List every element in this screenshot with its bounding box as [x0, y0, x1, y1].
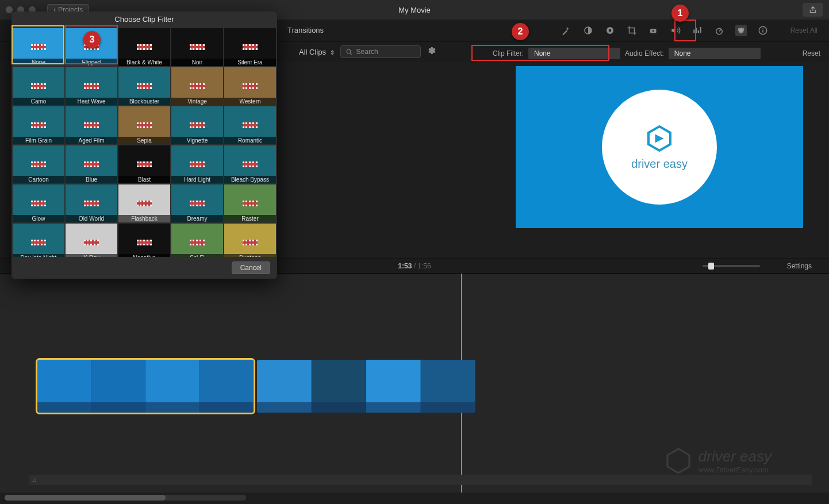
audio-track-row[interactable]: ♫	[29, 475, 812, 485]
filter-item-label: Heat Wave	[66, 98, 117, 105]
filter-item-blockbuster[interactable]: Blockbuster	[118, 67, 170, 105]
filter-item-vignette[interactable]: Vignette	[171, 106, 223, 144]
filter-item-negative[interactable]: Negative	[118, 224, 170, 261]
filter-item-blast[interactable]: Blast	[118, 145, 170, 183]
zoom-slider[interactable]	[703, 265, 760, 267]
zoom-slider-thumb[interactable]	[708, 263, 714, 270]
callout-2: 2	[512, 23, 529, 40]
magic-wand-icon[interactable]	[561, 25, 572, 36]
filter-item-vintage[interactable]: Vintage	[171, 67, 223, 105]
watermark: driver easy www.DriverEasy.com	[664, 447, 772, 475]
filter-item-heat-wave[interactable]: Heat Wave	[66, 67, 117, 105]
video-preview[interactable]: driver easy	[516, 66, 803, 228]
filter-item-duotone[interactable]: Duotone	[224, 224, 276, 261]
filter-item-label: Noir	[171, 59, 223, 66]
filter-item-raster[interactable]: Raster	[224, 184, 276, 222]
crop-icon[interactable]	[626, 25, 638, 36]
filter-item-cartoon[interactable]: Cartoon	[13, 145, 64, 183]
filter-item-film-grain[interactable]: Film Grain	[13, 106, 64, 144]
clips-filter-dropdown[interactable]: All Clips ⇕	[299, 48, 335, 56]
hexagon-logo-icon	[645, 124, 674, 153]
filter-item-none[interactable]: None	[13, 28, 64, 66]
clip-filter-dropdown[interactable]: None	[528, 48, 620, 59]
clip-filter-label: Clip Filter:	[493, 49, 524, 57]
svg-marker-16	[667, 449, 689, 473]
filter-item-black-white[interactable]: Black & White	[118, 28, 170, 66]
filter-item-label: Flipped	[66, 59, 117, 66]
filter-item-camo[interactable]: Camo	[13, 67, 64, 105]
search-icon	[346, 48, 353, 56]
filter-item-label: Raster	[224, 215, 276, 222]
share-icon	[809, 6, 817, 14]
filter-item-hard-light[interactable]: Hard Light	[171, 145, 223, 183]
playhead-time: 1:53 / 1:56	[398, 262, 431, 270]
watermark-hexagon-icon	[664, 447, 693, 475]
filter-item-label: Blockbuster	[118, 98, 170, 105]
volume-icon[interactable]	[670, 25, 681, 36]
filter-item-western[interactable]: Western	[224, 67, 276, 105]
timeline-clip-selected[interactable]	[37, 360, 254, 413]
timeline-clip[interactable]	[257, 360, 475, 413]
scrollbar-thumb[interactable]	[5, 495, 166, 501]
filter-grid: NoneFlippedBlack & WhiteNoirSilent EraCa…	[11, 27, 277, 263]
filter-item-sci-fi[interactable]: Sci-Fi	[171, 224, 223, 261]
eq-icon[interactable]	[692, 25, 703, 36]
timeline-settings-button[interactable]: Settings	[787, 262, 812, 270]
chevron-updown-icon: ⇕	[330, 49, 335, 56]
info-icon[interactable]	[757, 25, 769, 36]
reset-button[interactable]: Reset	[803, 49, 820, 57]
filter-item-label: Blue	[66, 176, 117, 183]
stabilize-icon[interactable]	[648, 25, 659, 36]
svg-point-12	[739, 29, 743, 33]
preview-logo-circle: driver easy	[602, 90, 717, 205]
horizontal-scrollbar[interactable]	[5, 495, 246, 501]
clip-filter-modal: Choose Clip Filter NoneFlippedBlack & Wh…	[11, 11, 277, 279]
speed-icon[interactable]	[713, 25, 725, 36]
share-button[interactable]	[803, 3, 823, 17]
filter-item-label: Vintage	[171, 98, 223, 105]
modal-title: Choose Clip Filter	[11, 11, 277, 27]
color-balance-icon[interactable]	[582, 25, 594, 36]
preview-brand-text: driver easy	[631, 157, 688, 171]
timeline-clips-track	[37, 360, 475, 413]
filter-item-label: Blast	[118, 176, 170, 183]
filter-item-label: Dreamy	[171, 215, 223, 222]
filter-item-dreamy[interactable]: Dreamy	[171, 184, 223, 222]
clip-filter-icon[interactable]	[735, 25, 747, 36]
current-time: 1:53	[398, 262, 412, 270]
audio-effect-dropdown[interactable]: None	[669, 48, 761, 59]
timeline-area[interactable]: ♫ driver easy www.DriverEasy.com	[0, 274, 829, 493]
search-input[interactable]: Search	[340, 45, 421, 58]
filter-item-aged-film[interactable]: Aged Film	[66, 106, 117, 144]
filter-item-label: Camo	[13, 98, 64, 105]
filter-item-silent-era[interactable]: Silent Era	[224, 28, 276, 66]
tab-transitions[interactable]: Transitions	[287, 26, 324, 34]
filter-item-flashback[interactable]: Flashback	[118, 184, 170, 222]
project-title: My Movie	[398, 6, 431, 14]
adjustment-icons-group: Reset All	[561, 25, 818, 36]
audio-effect-label: Audio Effect:	[625, 49, 664, 57]
filter-item-label: Western	[224, 98, 276, 105]
filter-item-old-world[interactable]: Old World	[66, 184, 117, 222]
cancel-button[interactable]: Cancel	[232, 261, 270, 274]
filter-item-sepia[interactable]: Sepia	[118, 106, 170, 144]
music-note-icon: ♫	[32, 476, 37, 483]
filter-item-glow[interactable]: Glow	[13, 184, 64, 222]
filter-item-noir[interactable]: Noir	[171, 28, 223, 66]
filter-item-label: Black & White	[118, 59, 170, 66]
reset-all-button[interactable]: Reset All	[790, 26, 818, 34]
color-wheel-icon[interactable]	[604, 25, 616, 36]
close-window-icon[interactable]	[6, 6, 13, 13]
watermark-url: www.DriverEasy.com	[698, 465, 772, 474]
filter-item-x-ray[interactable]: X-Ray	[66, 224, 117, 261]
filter-item-label: Old World	[66, 215, 117, 222]
total-time: 1:56	[417, 262, 431, 270]
svg-rect-5	[693, 29, 694, 33]
filter-item-bleach-bypass[interactable]: Bleach Bypass	[224, 145, 276, 183]
svg-rect-8	[700, 27, 701, 33]
filter-item-label: Hard Light	[171, 176, 223, 183]
gear-icon[interactable]	[427, 46, 436, 57]
filter-item-romantic[interactable]: Romantic	[224, 106, 276, 144]
filter-item-day-into-night[interactable]: Day into Night	[13, 224, 64, 261]
filter-item-blue[interactable]: Blue	[66, 145, 117, 183]
